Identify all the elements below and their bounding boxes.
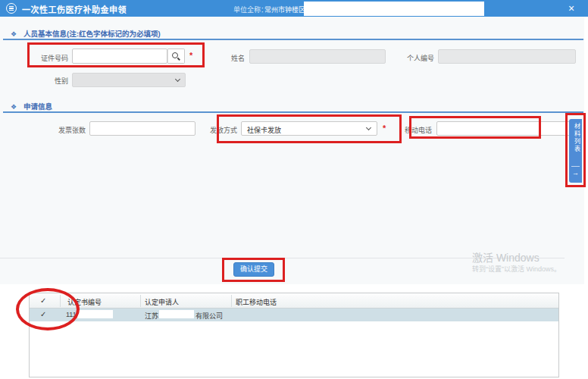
personal-number-input: [438, 49, 576, 64]
material-list-tab-label: 材料列表: [573, 123, 586, 153]
column-separator: [140, 295, 141, 307]
id-number-input[interactable]: [72, 49, 167, 64]
column-header-applicant: 认定申请人: [145, 297, 179, 307]
determination-table: ✓ 认定书编号 认定申请人 职工移动电话 ✓ 111 江苏 有限公司: [29, 293, 559, 377]
payment-method-label: 发放方式: [207, 125, 237, 135]
select-all-checkbox[interactable]: ✓: [40, 296, 46, 305]
diamond-icon: ❖: [11, 30, 17, 38]
confirm-submit-button[interactable]: 确认提交: [233, 262, 274, 277]
id-number-label: 证件号码: [36, 53, 68, 63]
row-applicant-prefix: 江苏: [145, 311, 158, 321]
page-title: 一次性工伤医疗补助金申领: [22, 3, 127, 15]
row-checkbox[interactable]: ✓: [40, 310, 46, 318]
section-divider: [3, 39, 583, 40]
unit-name-label: 单位全称：: [233, 5, 267, 14]
chevron-down-icon: [366, 125, 371, 130]
invoice-count-label: 发票张数: [55, 125, 86, 135]
gender-select: [72, 73, 186, 87]
tab-divider: [571, 166, 580, 167]
payment-method-select[interactable]: 社保卡发放: [241, 121, 377, 136]
column-header-phone: 职工移动电话: [236, 297, 277, 307]
payment-required-mark: *: [383, 124, 386, 133]
table-row[interactable]: ✓ 111 江苏 有限公司: [30, 309, 558, 321]
id-search-button[interactable]: [167, 49, 185, 64]
section-basic-info-title: ❖人员基本信息(注:红色字体标记的为必填项): [11, 28, 161, 39]
section-divider: [3, 111, 583, 113]
name-label: 姓名: [224, 53, 245, 63]
payment-method-value: 社保卡发放: [247, 125, 281, 135]
unit-name-value: 常州市钟楼区: [264, 5, 305, 14]
table-header-row: ✓ 认定书编号 认定申请人 职工移动电话: [30, 293, 558, 309]
column-separator: [231, 295, 232, 307]
diamond-icon: ❖: [11, 103, 17, 111]
column-header-number: 认定书编号: [67, 297, 102, 307]
close-icon[interactable]: ×: [568, 2, 574, 15]
id-required-mark: *: [189, 51, 192, 60]
row-number: 111: [66, 311, 77, 318]
mobile-phone-input[interactable]: [436, 121, 572, 136]
name-input: [249, 49, 386, 64]
column-separator: [60, 295, 61, 307]
unit-name-redaction: [304, 2, 484, 16]
title-bar: 一次性工伤医疗补助金申领 单位全称： 常州市钟楼区 ×: [0, 0, 588, 17]
section-apply-info-title: ❖申请信息: [11, 101, 52, 111]
arrow-right-icon: →: [569, 169, 582, 177]
chevron-down-icon: [175, 77, 180, 82]
personal-number-label: 个人编号: [404, 53, 434, 63]
windows-activation-watermark: 激活 Windows: [472, 249, 540, 265]
gender-label: 性别: [47, 76, 68, 86]
invoice-count-input[interactable]: [89, 121, 195, 136]
windows-activation-hint: 转到“设置”以激活 Windows。: [472, 264, 561, 274]
applicant-redaction: [159, 310, 194, 318]
document-circle-icon: [6, 3, 17, 14]
search-icon: [172, 52, 178, 58]
number-redaction: [77, 310, 113, 318]
mobile-phone-label: 移动电话: [405, 125, 432, 135]
row-applicant-suffix: 有限公司: [195, 311, 223, 321]
material-list-tab[interactable]: 材料列表 →: [569, 119, 582, 183]
